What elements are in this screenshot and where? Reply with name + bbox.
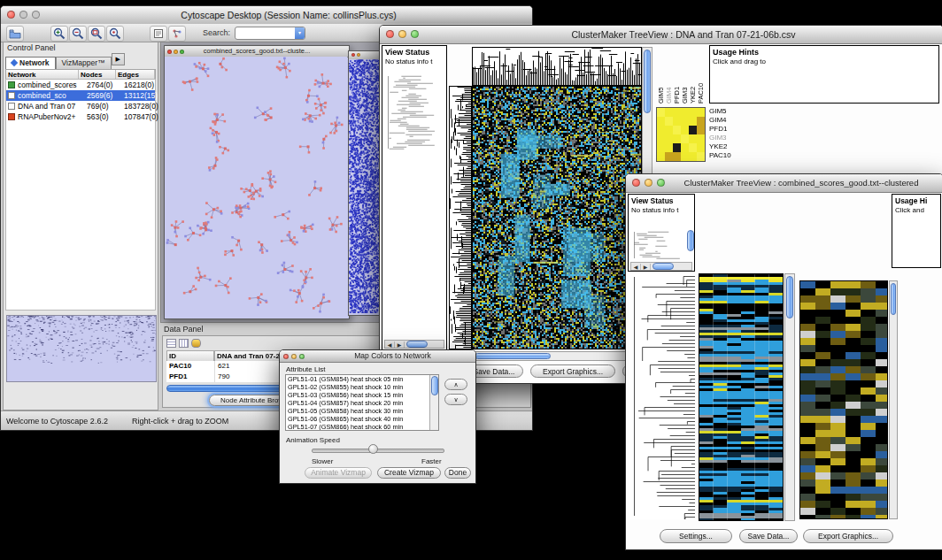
dialog-map-colors: Map Colors to Network Attribute List GPL…	[279, 349, 476, 484]
heatmap-vertical-scrollbar[interactable]	[784, 273, 795, 521]
detail-vertical-scrollbar[interactable]	[889, 280, 898, 519]
scroll-left-icon[interactable]: ◀	[631, 264, 641, 270]
minimize-icon[interactable]	[19, 11, 27, 19]
attribute-list-item[interactable]: GPL51-01 (GSM854) heat shock 05 min	[286, 375, 438, 383]
minimize-icon[interactable]	[291, 354, 297, 359]
table-icon[interactable]	[166, 339, 176, 348]
close-icon[interactable]	[386, 30, 394, 38]
heatmap-canvas[interactable]	[472, 86, 642, 349]
overview-scrollbar[interactable]: ◀▶	[630, 262, 692, 271]
scrollbar-thumb[interactable]	[406, 341, 428, 348]
column-dendrogram-canvas[interactable]	[472, 47, 642, 86]
close-icon[interactable]	[167, 50, 172, 54]
dense-network-canvas[interactable]	[349, 59, 381, 313]
network-list-row[interactable]: DNA and Tran 07769(0)183728(0)	[6, 101, 155, 111]
animate-vizmap-button: Animate Vizmap	[305, 467, 372, 479]
correlation-matrix-canvas[interactable]	[656, 107, 706, 162]
attribute-list-label: Attribute List	[286, 365, 325, 373]
slider-knob[interactable]	[368, 444, 378, 454]
export-graphics-button[interactable]: Export Graphics...	[530, 364, 615, 378]
scrollbar-thumb[interactable]	[431, 376, 438, 395]
treeview-dna-titlebar[interactable]: ClusterMaker TreeView : DNA and Tran 07-…	[380, 26, 942, 44]
scroll-right-icon[interactable]: ▶	[395, 341, 405, 348]
open-session-icon[interactable]	[6, 26, 24, 42]
network-list-row[interactable]: RNAPuberNov2+563(0)107847(0)	[6, 111, 155, 122]
move-up-button[interactable]: ∧	[444, 379, 467, 390]
tabs-overflow-icon[interactable]: ▶	[112, 53, 125, 65]
global-overview-canvas[interactable]	[632, 230, 683, 260]
annotation-icon[interactable]	[150, 26, 167, 42]
attribute-list-item[interactable]: GPL51-03 (GSM856) heat shock 15 min	[286, 391, 438, 399]
close-icon[interactable]	[632, 179, 640, 187]
attribute-list-item[interactable]: GPL51-06 (GSM865) heat shock 40 min	[286, 415, 438, 423]
row-dendrogram-canvas[interactable]	[629, 273, 695, 519]
attribute-list-item[interactable]: GPL51-05 (GSM858) heat shock 30 min	[286, 407, 438, 415]
overview-scrollbar[interactable]: ◀▶	[384, 340, 444, 349]
zoom-out-icon[interactable]	[69, 26, 87, 42]
zoom-fit-icon[interactable]	[88, 26, 105, 42]
search-input[interactable]: ▾	[235, 27, 305, 40]
zoom-icon[interactable]	[657, 179, 665, 187]
heatmap-canvas[interactable]	[699, 273, 784, 521]
attribute-list-item[interactable]: GPL51-02 (GSM855) heat shock 10 min	[286, 383, 438, 391]
zoom-selected-icon[interactable]	[106, 26, 124, 42]
search-dropdown-icon[interactable]: ▾	[295, 27, 305, 39]
attribute-list-scrollbar[interactable]	[429, 375, 438, 430]
global-overview-canvas[interactable]	[386, 74, 441, 150]
tab-vizmapper[interactable]: VizMapper™	[56, 57, 112, 70]
zoom-in-icon[interactable]	[50, 26, 68, 42]
scrollbar-thumb[interactable]	[475, 353, 551, 359]
network-list-row[interactable]: combined_scores2764(0)16218(0)	[6, 80, 155, 90]
row-dendrogram-canvas[interactable]	[449, 86, 472, 349]
minimize-icon[interactable]	[645, 179, 652, 187]
column-labels: GIM5GIM4PFD1GIM3YKE2PAC10	[657, 47, 705, 104]
attribute-list[interactable]: GPL51-01 (GSM854) heat shock 05 minGPL51…	[285, 374, 439, 431]
scroll-left-icon[interactable]: ◀	[385, 341, 395, 348]
close-icon[interactable]	[7, 11, 15, 19]
attribute-list-item[interactable]: GPL51-07 (GSM866) heat shock 60 min	[286, 423, 438, 431]
scrollbar-thumb[interactable]	[687, 230, 694, 251]
zoom-icon[interactable]	[411, 30, 419, 38]
column-label: GIM3	[681, 47, 689, 104]
network-type-icon	[8, 103, 15, 110]
scrollbar-thumb[interactable]	[786, 276, 793, 318]
scrollbar-thumb[interactable]	[644, 50, 651, 113]
network-graph-canvas[interactable]	[165, 57, 347, 317]
network-overview-thumbnail[interactable]	[6, 315, 157, 382]
view-status-text: No status info t	[631, 206, 694, 214]
slider-track[interactable]	[312, 449, 444, 453]
settings-button[interactable]: Settings...	[660, 529, 732, 543]
minimize-icon[interactable]	[174, 50, 178, 54]
scroll-right-icon[interactable]: ▶	[641, 264, 651, 270]
zoom-icon[interactable]	[180, 50, 184, 54]
detail-heatmap-canvas[interactable]	[799, 280, 888, 519]
zoom-icon[interactable]	[32, 11, 40, 19]
list-icon[interactable]	[179, 339, 189, 348]
minimize-icon[interactable]	[357, 53, 360, 57]
close-icon[interactable]	[351, 53, 355, 57]
attribute-list-item[interactable]: GPL51-04 (GSM857) heat shock 20 min	[286, 399, 438, 407]
dialog-titlebar[interactable]: Map Colors to Network	[280, 350, 475, 363]
network-list-row[interactable]: combined_sco2569(6)13112(15)	[6, 90, 155, 101]
cytoscape-titlebar[interactable]: Cytoscape Desktop (Session Name: collins…	[1, 6, 532, 25]
create-vizmap-button[interactable]: Create Vizmap	[377, 467, 441, 479]
minimize-icon[interactable]	[398, 30, 406, 38]
scrollbar-thumb[interactable]	[652, 263, 674, 270]
data-cell-id: PAC10	[166, 361, 214, 372]
treeview-combined-titlebar[interactable]: ClusterMaker TreeView : combined_scores_…	[626, 174, 942, 193]
tab-network[interactable]: Network	[5, 57, 56, 70]
export-graphics-button[interactable]: Export Graphics...	[803, 529, 893, 543]
save-data-button[interactable]: Save Data...	[739, 529, 798, 543]
done-button[interactable]: Done	[444, 467, 471, 479]
move-down-button[interactable]: ∨	[444, 394, 467, 405]
treeview-dna-title: ClusterMaker TreeView : DNA and Tran 07-…	[433, 29, 934, 40]
faster-label: Faster	[421, 457, 442, 465]
zoom-icon[interactable]	[299, 354, 305, 359]
animation-speed-slider[interactable]	[312, 444, 444, 455]
database-icon[interactable]	[191, 339, 201, 348]
usage-hints-panel: Usage Hi Click and	[892, 194, 941, 268]
scrollbar-thumb[interactable]	[891, 283, 896, 315]
heatmap-horizontal-scrollbar[interactable]	[472, 351, 642, 361]
network-overview-icon[interactable]	[168, 26, 186, 42]
close-icon[interactable]	[283, 354, 289, 359]
